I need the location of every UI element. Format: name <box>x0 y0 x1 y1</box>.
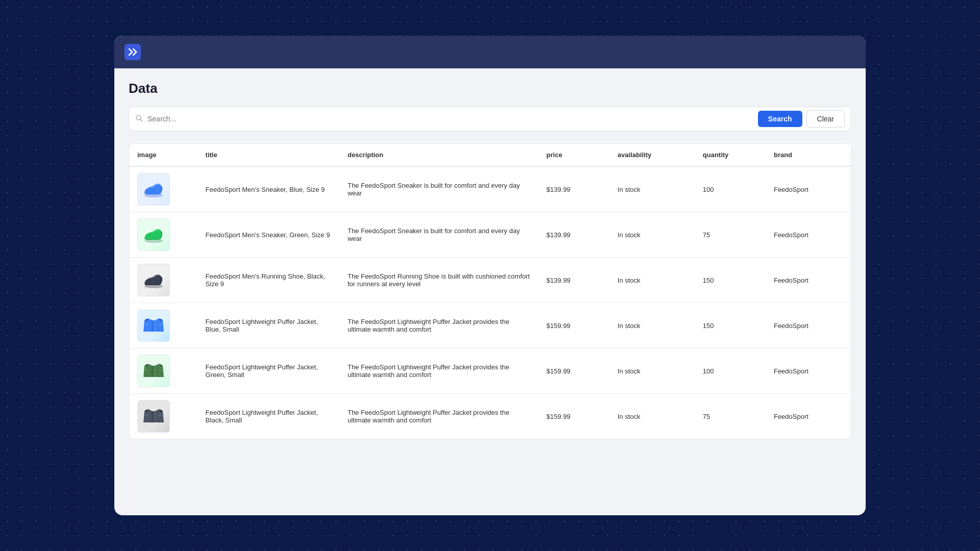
cell-availability: In stock <box>609 348 695 394</box>
cell-quantity: 75 <box>695 212 766 258</box>
col-header-brand: brand <box>766 144 851 166</box>
cell-price: $159.99 <box>538 394 609 439</box>
search-icon <box>135 114 143 124</box>
clear-button[interactable]: Clear <box>806 110 845 128</box>
col-header-availability: availability <box>609 144 695 166</box>
col-header-price: price <box>538 144 609 166</box>
search-input[interactable] <box>148 115 754 123</box>
svg-rect-7 <box>145 369 149 371</box>
cell-title: FeedoSport Lightweight Puffer Jacket, Bl… <box>198 394 339 439</box>
col-header-image: image <box>129 144 198 166</box>
cell-title: FeedoSport Men's Sneaker, Blue, Size 9 <box>198 166 339 212</box>
svg-rect-10 <box>159 414 162 416</box>
cell-quantity: 150 <box>695 303 766 348</box>
logo <box>125 44 141 60</box>
product-image <box>137 218 170 251</box>
svg-rect-5 <box>145 323 149 325</box>
table-row: FeedoSport Men's Sneaker, Blue, Size 9 T… <box>129 166 851 212</box>
cell-price: $139.99 <box>538 258 609 303</box>
cell-title: FeedoSport Lightweight Puffer Jacket, Bl… <box>198 303 339 348</box>
table-row: FeedoSport Men's Running Shoe, Black, Si… <box>129 258 851 303</box>
table-header-row: image title description price availabili… <box>129 144 851 166</box>
col-header-description: description <box>339 144 538 166</box>
cell-description: The FeedoSport Lightweight Puffer Jacket… <box>339 394 538 439</box>
product-image <box>137 264 170 296</box>
cell-price: $139.99 <box>538 166 609 212</box>
col-header-quantity: quantity <box>695 144 766 166</box>
data-table: image title description price availabili… <box>129 144 851 439</box>
cell-description: The FeedoSport Sneaker is built for comf… <box>339 212 538 258</box>
cell-image <box>129 394 198 439</box>
table-row: FeedoSport Lightweight Puffer Jacket, Bl… <box>129 303 851 348</box>
cell-availability: In stock <box>609 212 695 258</box>
cell-image <box>129 166 198 212</box>
product-image <box>137 355 170 387</box>
svg-point-1 <box>136 115 141 120</box>
cell-brand: FeedoSport <box>766 212 851 258</box>
product-image <box>137 309 170 342</box>
cell-price: $139.99 <box>538 212 609 258</box>
col-header-title: title <box>198 144 339 166</box>
svg-rect-8 <box>159 369 162 371</box>
cell-description: The FeedoSport Lightweight Puffer Jacket… <box>339 303 538 348</box>
cell-title: FeedoSport Lightweight Puffer Jacket, Gr… <box>198 348 339 394</box>
product-image <box>137 173 170 206</box>
cell-brand: FeedoSport <box>766 394 851 439</box>
cell-availability: In stock <box>609 303 695 348</box>
cell-quantity: 75 <box>695 394 766 439</box>
cell-title: FeedoSport Men's Running Shoe, Black, Si… <box>198 258 339 303</box>
cell-image <box>129 348 198 394</box>
cell-image <box>129 258 198 303</box>
chevrons-right-icon <box>125 44 141 60</box>
table-row: FeedoSport Lightweight Puffer Jacket, Gr… <box>129 348 851 394</box>
cell-quantity: 100 <box>695 166 766 212</box>
cell-brand: FeedoSport <box>766 348 851 394</box>
table-row: FeedoSport Lightweight Puffer Jacket, Bl… <box>129 394 851 439</box>
product-image <box>137 400 170 433</box>
cell-title: FeedoSport Men's Sneaker, Green, Size 9 <box>198 212 339 258</box>
svg-rect-9 <box>145 414 149 416</box>
cell-image <box>129 212 198 258</box>
cell-brand: FeedoSport <box>766 303 851 348</box>
cell-price: $159.99 <box>538 303 609 348</box>
cell-availability: In stock <box>609 166 695 212</box>
cell-description: The FeedoSport Lightweight Puffer Jacket… <box>339 348 538 394</box>
data-table-wrapper: image title description price availabili… <box>129 143 851 439</box>
cell-brand: FeedoSport <box>766 166 851 212</box>
cell-availability: In stock <box>609 258 695 303</box>
svg-rect-6 <box>159 323 162 325</box>
cell-availability: In stock <box>609 394 695 439</box>
cell-description: The FeedoSport Running Shoe is built wit… <box>339 258 538 303</box>
cell-description: The FeedoSport Sneaker is built for comf… <box>339 166 538 212</box>
table-row: FeedoSport Men's Sneaker, Green, Size 9 … <box>129 212 851 258</box>
main-container: Data Search Clear image title descrip <box>114 36 866 515</box>
search-button[interactable]: Search <box>758 111 802 127</box>
page-title: Data <box>129 81 851 96</box>
content-area: Data Search Clear image title descrip <box>114 68 866 515</box>
cell-quantity: 100 <box>695 348 766 394</box>
topbar <box>114 36 866 68</box>
search-bar: Search Clear <box>129 107 851 131</box>
cell-price: $159.99 <box>538 348 609 394</box>
cell-quantity: 150 <box>695 258 766 303</box>
cell-brand: FeedoSport <box>766 258 851 303</box>
cell-image <box>129 303 198 348</box>
